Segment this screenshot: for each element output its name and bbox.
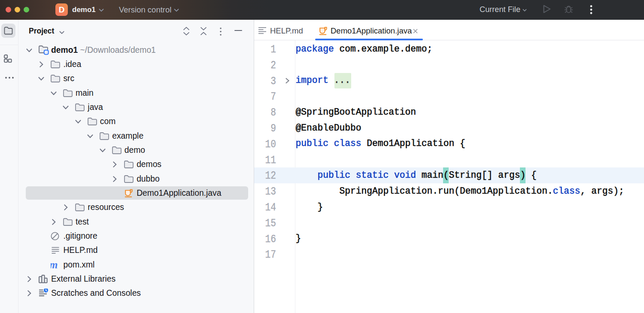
svg-text:m: m	[51, 260, 58, 270]
